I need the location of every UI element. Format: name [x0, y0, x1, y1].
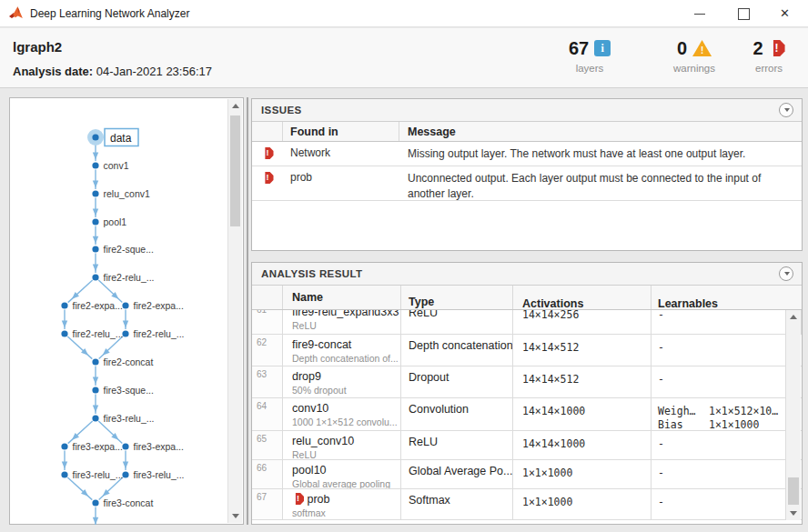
graph-vertical-scrollbar[interactable] — [227, 99, 242, 523]
graph-node-fire3-relu-left[interactable] — [61, 471, 67, 477]
learnables-column-header: Learnables — [651, 286, 802, 309]
table-row[interactable]: 65 relu_conv10 ReLU ReLU 14×14×1000 - — [252, 431, 802, 460]
analysis-result-panel: ANALYSIS RESULT Name Type Activations Le… — [251, 262, 803, 525]
minimize-button[interactable] — [689, 0, 711, 27]
table-row[interactable]: 64 conv10 1000 1×1×512 convolu... Convol… — [252, 398, 802, 431]
graph-node-label-fire2-relu-right[interactable]: fire2-relu_... — [134, 328, 185, 339]
graph-node-label-pool1[interactable]: pool1 — [104, 216, 127, 227]
warnings-label: warnings — [655, 63, 733, 74]
issue-row[interactable]: prob Unconnected output. Each layer outp… — [252, 166, 802, 201]
issue-found-in: prob — [283, 166, 399, 200]
graph-node-label-fire3-expand-right[interactable]: fire3-expa... — [134, 441, 184, 452]
layer-activations: 14×14×512 — [513, 335, 651, 366]
graph-node-fire2-concat[interactable] — [92, 358, 98, 365]
analysis-table-header: Name Type Activations Learnables — [252, 286, 802, 310]
scroll-up-button[interactable] — [786, 310, 801, 324]
row-number-column-header — [252, 286, 283, 309]
layer-subtitle: 50% dropout — [292, 385, 400, 396]
issue-message: Unconnected output. Each layer output mu… — [399, 166, 802, 200]
issues-icon-column-header — [252, 122, 283, 141]
layer-activations: 14×14×1000 — [513, 398, 651, 430]
layer-type: Depth concatenation — [401, 335, 513, 366]
graph-node-fire2-squeeze[interactable] — [92, 246, 98, 252]
table-row[interactable]: 61 fire9-relu_expand3x3 ReLU ReLU 14×14×… — [252, 310, 802, 335]
panel-splitter[interactable] — [247, 97, 248, 525]
layer-learnables: - — [651, 366, 802, 397]
graph-node-fire2-expand-right[interactable] — [122, 302, 128, 308]
layer-activations: 14×14×256 — [513, 310, 651, 334]
graph-node-data[interactable] — [92, 134, 98, 140]
layers-count: 67 — [569, 38, 589, 59]
layer-learnables: - — [651, 431, 802, 459]
graph-node-label-fire3-squeeze[interactable]: fire3-sque... — [104, 385, 154, 396]
layer-name: fire9-relu_expand3x3 — [292, 310, 400, 318]
graph-node-label-fire3-relu-left[interactable]: fire3-relu_... — [73, 469, 124, 480]
graph-node-label-conv1[interactable]: conv1 — [104, 160, 129, 171]
layer-activations: 14×14×1000 — [513, 431, 651, 459]
layer-type: Softmax — [401, 489, 513, 519]
edge-arrow — [123, 320, 128, 327]
graph-node-label-fire2-expand-right[interactable]: fire2-expa... — [134, 300, 184, 311]
layer-learnables: - — [651, 335, 802, 366]
errors-count: 2 — [752, 38, 763, 59]
analysis-date-value: 04-Jan-2021 23:56:17 — [96, 65, 212, 78]
analysis-panel-header: ANALYSIS RESULT — [252, 263, 802, 286]
table-row[interactable]: 62 fire9-concat Depth concatenation of..… — [252, 335, 802, 366]
graph-node-label-fire2-relu-left[interactable]: fire2-relu_... — [73, 328, 124, 339]
graph-scrollbar-thumb[interactable] — [230, 115, 240, 226]
graph-node-pool1[interactable] — [92, 218, 98, 225]
graph-node-fire3-concat[interactable] — [92, 499, 98, 506]
graph-node-fire2-relu-right[interactable] — [122, 330, 128, 336]
graph-node-fire3-squeeze[interactable] — [92, 386, 98, 393]
graph-node-label-fire3-concat[interactable]: fire3-concat — [104, 497, 154, 508]
graph-node-label-fire3-relu-right[interactable]: fire3-relu_... — [134, 469, 185, 480]
scroll-up-button[interactable] — [228, 99, 242, 113]
graph-node-label-fire3-relu[interactable]: fire3-relu_... — [104, 413, 155, 424]
learnable-value: 1×1×512×10… — [709, 405, 778, 418]
graph-node-label-fire2-relu[interactable]: fire2-relu_... — [104, 272, 155, 283]
analysis-vertical-scrollbar[interactable] — [785, 310, 801, 520]
close-button[interactable] — [775, 0, 797, 27]
graph-node-fire2-relu[interactable] — [92, 274, 98, 280]
row-number: 61 — [252, 310, 283, 334]
analysis-table-body: 61 fire9-relu_expand3x3 ReLU ReLU 14×14×… — [252, 310, 802, 520]
graph-node-conv1[interactable] — [92, 162, 98, 168]
issue-row[interactable]: Network Missing output layer. The networ… — [252, 142, 802, 166]
graph-node-fire3-expand-left[interactable] — [61, 443, 67, 449]
scroll-down-button[interactable] — [228, 509, 242, 523]
graph-node-label-relu_conv1[interactable]: relu_conv1 — [104, 188, 151, 199]
layer-learnables: - — [651, 460, 802, 488]
row-number: 62 — [252, 335, 283, 366]
analysis-scrollbar-thumb[interactable] — [788, 477, 799, 505]
layer-subtitle: softmax — [292, 507, 400, 518]
table-row[interactable]: 67 prob softmax Softmax 1×1×1000 - — [252, 489, 802, 520]
graph-node-fire2-expand-left[interactable] — [61, 302, 67, 308]
layer-type: ReLU — [401, 431, 513, 459]
graph-node-label-fire2-concat[interactable]: fire2-concat — [104, 356, 154, 367]
graph-node-relu_conv1[interactable] — [92, 190, 98, 196]
network-graph[interactable]: dataconv1relu_conv1pool1fire2-sque...fir… — [11, 99, 228, 525]
info-icon: i — [594, 40, 611, 56]
graph-node-fire3-expand-right[interactable] — [122, 443, 128, 449]
graph-node-label-fire2-expand-left[interactable]: fire2-expa... — [73, 300, 123, 311]
graph-node-fire2-relu-left[interactable] — [61, 330, 67, 336]
issues-collapse-button[interactable] — [779, 103, 793, 117]
graph-node-label-fire3-expand-left[interactable]: fire3-expa... — [73, 441, 123, 452]
table-row[interactable]: 66 pool10 Global average pooling Global … — [252, 460, 802, 489]
layer-name: fire9-concat — [292, 335, 400, 351]
layer-learnables: - — [651, 310, 801, 334]
row-number: 67 — [252, 489, 283, 519]
issues-table-header: Found in Message — [252, 122, 802, 142]
analysis-collapse-button[interactable] — [779, 266, 793, 281]
layer-type: Dropout — [401, 366, 513, 397]
error-icon — [292, 493, 304, 505]
scroll-down-button[interactable] — [786, 507, 801, 520]
row-number: 66 — [252, 460, 283, 488]
maximize-button[interactable] — [732, 0, 754, 27]
graph-node-label-data[interactable]: data — [110, 132, 132, 145]
graph-node-label-fire2-squeeze[interactable]: fire2-sque... — [104, 244, 154, 255]
table-row[interactable]: 63 drop9 50% dropout Dropout 14×14×512 - — [252, 366, 802, 398]
graph-node-fire3-relu[interactable] — [92, 415, 98, 421]
graph-node-fire3-relu-right[interactable] — [122, 471, 128, 477]
network-graph-panel[interactable]: dataconv1relu_conv1pool1fire2-sque...fir… — [9, 97, 244, 525]
